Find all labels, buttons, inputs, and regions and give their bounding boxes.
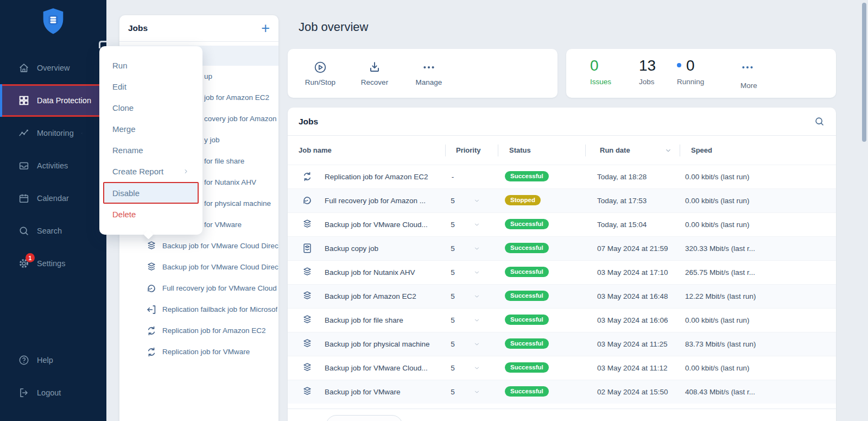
page-scrollbar-thumb[interactable] — [862, 3, 866, 142]
speed-cell: 83.73 Mbit/s (last run) — [685, 332, 756, 356]
table-row[interactable]: Backup copy job 5 Successful 07 May 2024… — [288, 236, 836, 260]
priority-dropdown-chevron[interactable] — [473, 197, 480, 204]
priority-dropdown-chevron[interactable] — [473, 388, 480, 395]
stat-label: Issues — [590, 78, 611, 86]
stat-label: Jobs — [639, 78, 656, 86]
load-more-button[interactable] — [326, 415, 403, 421]
column-separator — [680, 144, 680, 156]
menu-item-edit[interactable]: Edit — [99, 76, 202, 97]
priority-cell: 5 — [447, 380, 458, 404]
sidebar-item-settings[interactable]: Settings 1 — [0, 247, 106, 280]
priority-dropdown-chevron[interactable] — [473, 341, 480, 348]
job-list-item[interactable]: Replication job for Amazon EC2 — [119, 320, 278, 341]
ellipsis-icon[interactable] — [740, 60, 755, 74]
table-row[interactable]: Full recovery job for Amazon ... 5 Stopp… — [288, 188, 836, 212]
status-badge: Successful — [505, 362, 549, 373]
table-row[interactable]: Backup job for Nutanix AHV 5 Successful … — [288, 260, 836, 284]
menu-item-rename[interactable]: Rename — [99, 140, 202, 161]
chevron-right-icon — [182, 168, 189, 175]
sidebar-item-overview[interactable]: Overview — [0, 52, 106, 84]
menu-item-merge[interactable]: Merge — [99, 118, 202, 140]
status-badge: Successful — [505, 315, 549, 325]
table-row[interactable]: Backup job for file share 5 Successful 0… — [288, 308, 836, 332]
sort-direction-icon[interactable] — [664, 147, 672, 154]
menu-item-run[interactable]: Run — [99, 55, 202, 76]
add-job-button[interactable]: + — [261, 23, 270, 34]
status-badge: Successful — [505, 243, 549, 253]
sidebar-item-search[interactable]: Search — [0, 215, 106, 247]
priority-dropdown-chevron[interactable] — [473, 317, 480, 324]
sidebar-footer-nav: Help Logout — [0, 344, 106, 409]
job-actions-card: Run/Stop Recover Manage — [288, 49, 557, 98]
failback-job-icon — [145, 304, 157, 316]
copy-job-icon — [301, 242, 313, 254]
menu-item-create-report[interactable]: Create Report — [99, 161, 202, 182]
menu-item-delete[interactable]: Delete — [99, 204, 202, 225]
status-badge: Successful — [505, 386, 549, 397]
table-row[interactable]: Replication job for Amazon EC2 - Success… — [288, 165, 836, 188]
job-list-item[interactable]: Backup job for VMware Cloud Direc — [119, 256, 278, 278]
backup-job-icon — [145, 261, 157, 273]
speed-cell: 0.00 kbit/s (last run) — [685, 189, 750, 212]
popup-corner-artifact — [99, 41, 106, 48]
priority-dropdown-chevron[interactable] — [473, 269, 480, 276]
priority-cell: 5 — [447, 189, 458, 212]
menu-item-label: Edit — [112, 82, 126, 91]
job-name-cell: Backup job for physical machine — [325, 332, 430, 356]
column-header-priority[interactable]: Priority — [456, 136, 481, 165]
column-header-job-name[interactable]: Job name — [299, 136, 332, 165]
priority-dropdown-chevron[interactable] — [473, 365, 480, 372]
priority-dropdown-chevron[interactable] — [473, 245, 480, 252]
sidebar-item-label: Logout — [37, 388, 61, 397]
job-name-cell: Backup job for file share — [325, 309, 403, 332]
table-row[interactable]: Backup job for VMware Cloud... 5 Success… — [288, 212, 836, 236]
sidebar-item-label: Search — [37, 227, 62, 235]
app-logo — [0, 7, 106, 37]
sidebar-item-monitoring[interactable]: Monitoring — [0, 117, 106, 149]
table-body: Replication job for Amazon EC2 - Success… — [288, 165, 836, 404]
job-list-item[interactable]: Replication job for VMware — [119, 341, 278, 362]
sidebar-item-help[interactable]: Help — [0, 344, 106, 376]
action-button-label: Recover — [361, 78, 388, 86]
manage-button[interactable]: Manage — [410, 49, 448, 98]
chevron-left-icon — [81, 130, 83, 137]
table-row[interactable]: Backup job for Amazon EC2 5 Successful 0… — [288, 284, 836, 308]
sidebar-item-data-protection[interactable]: Data Protection — [0, 84, 106, 117]
run-date-cell: 03 May 2024 at 17:10 — [597, 261, 668, 284]
recovery-job-icon — [145, 282, 157, 294]
job-list-item-label: up — [204, 72, 212, 80]
sidebar-item-calendar[interactable]: Calendar — [0, 182, 106, 215]
jobs-panel-header: Jobs + — [119, 15, 278, 42]
menu-item-label: Run — [112, 61, 128, 70]
table-row[interactable]: Backup job for VMware 5 Successful 02 Ma… — [288, 380, 836, 404]
table-row[interactable]: Backup job for VMware Cloud... 5 Success… — [288, 356, 836, 380]
priority-dropdown-chevron[interactable] — [473, 221, 480, 228]
running-dot-icon — [677, 63, 681, 67]
sidebar-item-logout[interactable]: Logout — [0, 376, 106, 409]
job-list-item-label: y job — [204, 136, 220, 144]
column-header-run-date[interactable]: Run date — [600, 136, 630, 165]
sidebar: Overview Data Protection Monitoring Acti… — [0, 0, 106, 421]
priority-cell: 5 — [447, 213, 458, 236]
column-header-speed[interactable]: Speed — [691, 136, 712, 165]
recover-button[interactable]: Recover — [356, 49, 394, 98]
sidebar-item-label: Data Protection — [37, 96, 91, 105]
table-row[interactable]: Backup job for physical machine 5 Succes… — [288, 332, 836, 356]
job-list-item[interactable]: Full recovery job for VMware Cloud — [119, 278, 278, 299]
sidebar-item-label: Overview — [37, 64, 69, 72]
job-list-item[interactable]: Replication failback job for Microsof — [119, 299, 278, 320]
shield-logo-icon — [39, 7, 67, 37]
priority-dropdown-chevron[interactable] — [473, 293, 480, 300]
job-list-item[interactable]: Backup job for VMware Cloud Direc — [119, 235, 278, 256]
column-header-status[interactable]: Status — [509, 136, 531, 165]
sidebar-item-label: Activities — [37, 161, 68, 170]
sidebar-item-activities[interactable]: Activities — [0, 149, 106, 182]
menu-item-disable[interactable]: Disable — [103, 182, 199, 204]
action-button-label: Run/Stop — [305, 78, 335, 86]
backup-job-icon — [301, 218, 313, 230]
search-icon[interactable] — [814, 116, 825, 127]
run-stop-button[interactable]: Run/Stop — [301, 49, 339, 98]
column-separator — [585, 144, 586, 156]
menu-item-clone[interactable]: Clone — [99, 97, 202, 118]
app-root: Overview Data Protection Monitoring Acti… — [0, 0, 868, 421]
